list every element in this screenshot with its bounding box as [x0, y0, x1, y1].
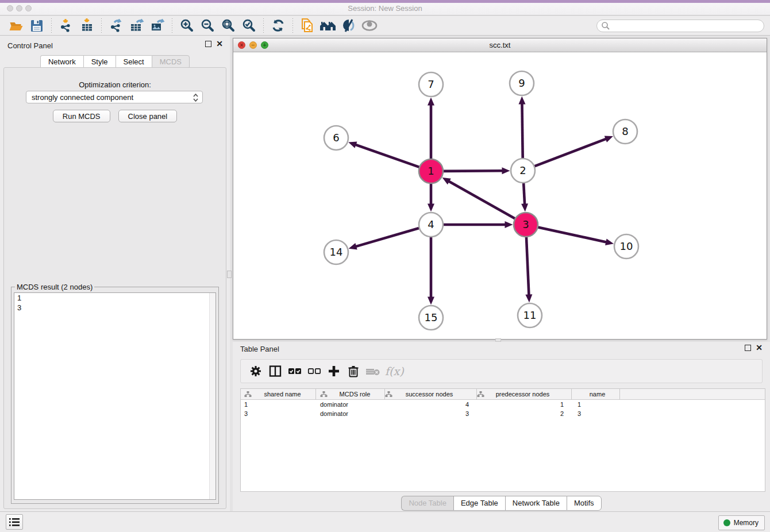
table-cell[interactable]: 3 [241, 410, 316, 417]
open-session-icon[interactable] [7, 17, 25, 34]
tab-node-table[interactable]: Node Table [401, 496, 453, 511]
table-cell[interactable]: dominator [316, 410, 385, 417]
toolbar-separator [292, 18, 293, 33]
hide-panels-icon[interactable] [340, 17, 357, 34]
close-panel-button[interactable]: Close panel [118, 110, 178, 122]
node-label: 4 [428, 218, 434, 230]
table-cell[interactable]: 1 [241, 401, 316, 408]
dropdown-chevrons-icon [192, 92, 199, 105]
float-window-icon[interactable] [745, 345, 751, 351]
column-header-name[interactable]: name [572, 389, 620, 399]
zoom-selected-icon[interactable] [240, 17, 257, 34]
edge-3-10[interactable] [538, 228, 607, 242]
vertical-splitter-handle[interactable] [227, 271, 232, 278]
column-header-predecessor-nodes[interactable]: predecessor nodes [477, 389, 572, 399]
split-view-icon[interactable] [265, 363, 285, 380]
delete-table-icon[interactable] [363, 363, 383, 380]
criterion-dropdown[interactable]: strongly connected component [26, 91, 203, 103]
show-panels-icon[interactable] [361, 17, 378, 34]
edge-2-3[interactable] [523, 183, 525, 205]
node-label: 15 [425, 311, 438, 323]
toolbar-separator [263, 18, 264, 33]
arrowhead-icon [428, 297, 434, 305]
save-session-icon[interactable] [28, 17, 45, 34]
import-table-icon[interactable] [78, 17, 95, 34]
table-cell[interactable]: 3 [572, 410, 620, 417]
clone-network-icon[interactable] [299, 17, 316, 34]
tab-network-table[interactable]: Network Table [505, 496, 567, 511]
node-table-header: shared name MCDS role successor nodes pr… [241, 389, 765, 400]
memory-status-icon [723, 519, 730, 526]
status-bar: Memory [0, 511, 770, 532]
arrowhead-icon [518, 96, 525, 104]
arrowhead-icon [521, 203, 528, 211]
mcds-result-title: MCDS result (2 nodes) [15, 283, 94, 291]
table-cell[interactable]: 4 [385, 401, 477, 408]
table-cell[interactable]: 1 [477, 401, 572, 408]
table-cell[interactable]: 3 [385, 410, 477, 417]
delete-column-icon[interactable] [344, 363, 363, 380]
table-row[interactable]: 3dominator323 [241, 409, 765, 418]
run-mcds-button[interactable]: Run MCDS [53, 110, 110, 122]
tab-motifs[interactable]: Motifs [567, 496, 602, 511]
float-window-icon[interactable] [205, 41, 211, 47]
node-table-body: 1dominator4113dominator323 [241, 400, 765, 418]
export-network-icon[interactable] [107, 17, 125, 34]
mcds-result-textarea[interactable]: 13 [14, 292, 216, 500]
arrowhead-icon [525, 294, 532, 302]
column-header-successor-nodes[interactable]: successor nodes [385, 389, 477, 399]
tab-edge-table[interactable]: Edge Table [453, 496, 505, 511]
zoom-fit-icon[interactable] [220, 17, 237, 34]
export-table-icon[interactable] [128, 17, 145, 34]
import-network-icon[interactable] [57, 17, 75, 34]
arrowhead-icon [505, 221, 513, 228]
function-builder-icon[interactable]: f(x) [383, 365, 404, 377]
edge-3-1[interactable] [448, 181, 515, 219]
network-window-titlebar[interactable]: × − + scc.txt [233, 38, 767, 52]
column-settings-icon[interactable] [246, 363, 265, 380]
network-window-title: scc.txt [233, 41, 767, 49]
network-graph: 1234678910111415 [233, 52, 767, 339]
refresh-icon[interactable] [270, 17, 287, 34]
table-panel-title: Table Panel [240, 345, 279, 353]
control-panel-title: Control Panel [7, 41, 53, 50]
edge-1-6[interactable] [355, 144, 419, 167]
export-image-icon[interactable] [149, 17, 166, 34]
network-canvas[interactable]: 1234678910111415 [233, 52, 767, 339]
edge-3-11[interactable] [526, 237, 529, 295]
column-header-shared-name[interactable]: shared name [241, 389, 316, 399]
close-panel-icon[interactable]: ✕ [216, 41, 223, 47]
arrowhead-icon [605, 238, 614, 245]
node-label: 1 [428, 165, 434, 177]
memory-button[interactable]: Memory [718, 515, 765, 530]
node-label: 3 [522, 218, 529, 230]
node-label: 9 [518, 77, 525, 89]
result-scrollbar[interactable] [209, 293, 215, 499]
titlebar: Session: New Session [0, 0, 770, 16]
table-cell[interactable]: 2 [477, 410, 572, 417]
arrowhead-icon [348, 141, 357, 148]
close-panel-icon[interactable]: ✕ [756, 345, 763, 351]
deselect-all-icon[interactable] [305, 363, 324, 380]
table-cell[interactable]: dominator [316, 401, 385, 408]
arrowhead-icon [428, 204, 434, 212]
zoom-in-icon[interactable] [178, 17, 195, 34]
column-header-mcds-role[interactable]: MCDS role [316, 389, 385, 399]
mcds-panel: Optimization criterion: strongly connect… [3, 67, 226, 509]
home-layout-icon[interactable] [319, 17, 337, 34]
search-field[interactable] [596, 20, 764, 32]
node-label: 6 [333, 132, 339, 144]
search-input[interactable] [610, 22, 764, 30]
memory-label: Memory [734, 519, 759, 527]
table-row[interactable]: 1dominator411 [241, 400, 765, 409]
zoom-out-icon[interactable] [199, 17, 216, 34]
edge-1-2[interactable] [443, 171, 503, 171]
task-history-button[interactable] [6, 514, 23, 530]
edge-4-14[interactable] [355, 228, 419, 246]
edge-2-9[interactable] [522, 103, 522, 158]
table-cell[interactable]: 1 [572, 401, 620, 408]
select-all-icon[interactable] [285, 363, 305, 380]
edge-2-8[interactable] [534, 138, 607, 166]
window-title: Session: New Session [0, 4, 770, 13]
add-column-icon[interactable] [324, 363, 344, 380]
